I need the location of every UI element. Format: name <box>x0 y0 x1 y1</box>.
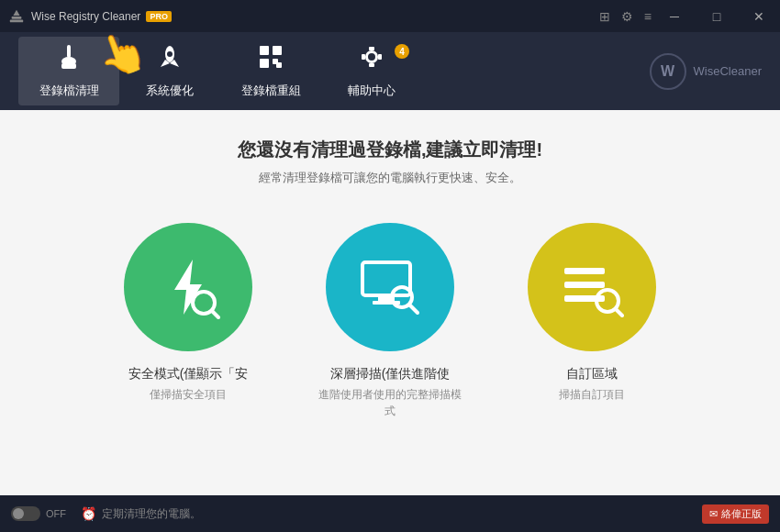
grid-icon[interactable]: ⊞ <box>599 9 610 24</box>
svg-line-27 <box>410 305 418 313</box>
toggle-label: OFF <box>46 508 66 519</box>
close-button[interactable]: ✕ <box>738 0 780 32</box>
main-subtitle: 經常清理登錄檔可讓您的電腦執行更快速、安全。 <box>259 170 521 186</box>
custom-desc: 掃描自訂項目 <box>559 386 625 403</box>
svg-rect-12 <box>260 59 269 68</box>
safe-mode-desc: 僅掃描安全項目 <box>150 386 227 403</box>
status-right: ✉ 絡偉正版 <box>702 504 769 524</box>
clock-icon: ⏰ <box>81 506 96 521</box>
deep-scan-title: 深層掃描(僅供進階使 <box>330 366 451 382</box>
feature-custom[interactable]: 自訂區域 掃描自訂項目 <box>518 223 665 403</box>
titlebar-icons: ⊞ ⚙ ≡ <box>599 0 652 32</box>
svg-rect-29 <box>564 282 605 288</box>
svg-rect-1 <box>12 17 22 19</box>
logo-text: WiseCleaner <box>694 64 762 78</box>
svg-rect-16 <box>369 47 374 50</box>
menu-icon[interactable]: ≡ <box>644 9 652 24</box>
pro-badge: PRO <box>146 11 172 22</box>
nav-item-system-optimize[interactable]: 系統優化 <box>119 37 220 105</box>
svg-rect-23 <box>362 262 410 295</box>
nav-label-system-optimize: 系統優化 <box>146 83 194 99</box>
svg-rect-10 <box>260 46 269 55</box>
email-button[interactable]: ✉ 絡偉正版 <box>702 504 769 524</box>
nav-item-help[interactable]: 輔助中心 4 <box>321 37 422 105</box>
logo-circle: W <box>650 53 686 90</box>
svg-rect-0 <box>10 19 23 22</box>
feature-deep-scan[interactable]: 深層掃描(僅供進階使 進階使用者使用的完整掃描模式 <box>317 223 463 419</box>
nav-item-registry-clean[interactable]: 登錄檔清理 👆 <box>18 37 119 105</box>
feature-safe-mode[interactable]: 安全模式(僅顯示「安 僅掃描安全項目 <box>115 223 262 403</box>
svg-rect-11 <box>273 46 282 55</box>
toggle-switch[interactable] <box>11 506 40 521</box>
schedule-toggle[interactable]: OFF <box>11 506 66 521</box>
svg-rect-17 <box>369 63 374 67</box>
wisecleaner-logo: W WiseCleaner <box>650 53 762 90</box>
minimize-button[interactable]: ─ <box>653 0 696 32</box>
broom-icon <box>55 43 83 77</box>
svg-rect-28 <box>564 268 605 274</box>
maximize-button[interactable]: □ <box>696 0 738 32</box>
app-icon <box>7 7 26 26</box>
safe-mode-title: 安全模式(僅顯示「安 <box>128 366 249 382</box>
email-label: 絡偉正版 <box>721 507 762 521</box>
custom-circle <box>528 223 656 351</box>
email-icon: ✉ <box>709 508 718 520</box>
statusbar: OFF ⏰ 定期清理您的電腦。 ✉ 絡偉正版 <box>0 495 780 532</box>
svg-rect-14 <box>276 62 282 68</box>
svg-rect-19 <box>378 54 382 60</box>
svg-point-15 <box>370 55 373 59</box>
custom-title: 自訂區域 <box>566 366 618 382</box>
settings-icon[interactable]: ⚙ <box>621 9 633 24</box>
main-title: 您還沒有清理過登錄檔,建議立即清理! <box>238 138 542 162</box>
svg-marker-20 <box>174 260 202 315</box>
nav-label-registry-clean: 登錄檔清理 <box>39 83 99 99</box>
gear-help-icon <box>358 43 385 77</box>
nav-item-registry-defrag[interactable]: 登錄檔重組 <box>220 37 321 105</box>
app-title: Wise Registry Cleaner <box>31 10 140 23</box>
grid-defrag-icon <box>257 43 284 77</box>
svg-line-22 <box>212 311 218 317</box>
svg-point-9 <box>167 51 173 57</box>
svg-line-32 <box>616 309 622 316</box>
nav-label-registry-defrag: 登錄檔重組 <box>241 83 301 99</box>
main-content: 您還沒有清理過登錄檔,建議立即清理! 經常清理登錄檔可讓您的電腦執行更快速、安全… <box>0 110 780 495</box>
nav-label-help: 輔助中心 <box>348 83 396 99</box>
navbar: 登錄檔清理 👆 系統優化 登錄檔重組 <box>0 32 780 110</box>
titlebar: Wise Registry Cleaner PRO ⊞ ⚙ ≡ ─ □ ✕ <box>0 0 780 32</box>
svg-rect-5 <box>61 63 76 69</box>
features-row: 安全模式(僅顯示「安 僅掃描安全項目 深層掃描(僅供進階使 進階使用者使用的完整… <box>115 223 665 419</box>
window-controls: ─ □ ✕ <box>653 0 780 32</box>
schedule-text: 定期清理您的電腦。 <box>102 506 201 522</box>
deep-scan-desc: 進階使用者使用的完整掃描模式 <box>317 386 463 419</box>
svg-rect-3 <box>67 45 71 58</box>
rocket-icon <box>156 43 184 77</box>
svg-marker-2 <box>13 9 19 15</box>
deep-scan-circle <box>326 223 454 351</box>
safe-mode-circle <box>124 223 252 351</box>
help-badge: 4 <box>395 44 409 59</box>
svg-rect-18 <box>362 54 365 60</box>
